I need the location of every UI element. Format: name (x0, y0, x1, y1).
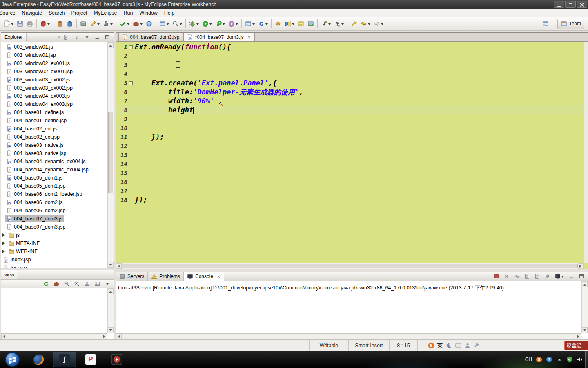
tree-item[interactable]: 004_base04_dynamic_ex004.js (1, 157, 107, 166)
tree-item[interactable]: 003_window01.jsp (1, 51, 107, 59)
security-tray-icon[interactable] (566, 356, 573, 363)
explorer-view-tab[interactable]: Explorer (1, 33, 27, 42)
code-line[interactable] (135, 123, 583, 132)
tree-item-content[interactable]: 003_window01.jsp (5, 52, 57, 58)
menu-project[interactable]: Project (68, 9, 91, 17)
start-taskbar-button[interactable] (1, 352, 24, 367)
print-button[interactable] (25, 19, 34, 29)
ime-settings-icon[interactable] (474, 342, 480, 349)
tree-item[interactable]: 004_base06_dom2_loader.jsp (1, 190, 107, 198)
scroll-left-arrow[interactable] (1, 334, 7, 339)
signature-button[interactable] (102, 19, 114, 29)
search-menu-button[interactable] (171, 19, 183, 29)
tree-item[interactable]: 004_base05_dom1.js (1, 174, 107, 182)
tree-item[interactable]: 004_base07_dom3.js (1, 215, 107, 223)
menu-source[interactable]: Source (0, 9, 19, 17)
tree-item[interactable]: 003_window03_ex002.js (1, 76, 107, 84)
tree-item[interactable]: 003_window02_ex001.jsp (1, 67, 107, 76)
editor-app-taskbar-button[interactable]: ∫ (53, 352, 76, 367)
expand-arrow-icon[interactable] (2, 233, 7, 237)
scroll-down-arrow[interactable] (108, 262, 114, 268)
code-line[interactable] (135, 177, 583, 186)
code-line[interactable] (135, 159, 583, 168)
tree-item[interactable]: 004_base03_native.js (1, 141, 107, 149)
code-line[interactable] (135, 52, 583, 61)
close-view-icon[interactable] (57, 36, 61, 39)
tree-item-content[interactable]: 004_base05_dom1.jsp (5, 183, 67, 189)
tree-item-content[interactable]: 004_base07_dom3.jsp (5, 224, 67, 230)
console-tab-console[interactable]: Console (184, 272, 224, 281)
display-selected-console-button[interactable] (554, 272, 565, 282)
remove-launch-button[interactable] (503, 272, 511, 282)
tree-item[interactable]: 004_base04_dynamic_ex004.jsp (1, 166, 107, 174)
view-menu-button[interactable] (103, 279, 111, 289)
next-annotation-button[interactable] (320, 19, 332, 29)
tree-item-content[interactable]: 004_base01_define.jsp (5, 117, 68, 124)
volume-icon[interactable] (577, 356, 583, 363)
new-wizard-button[interactable] (2, 19, 15, 29)
clear-console-button[interactable] (523, 272, 531, 282)
code-line[interactable]: Ext.onReady(function(){ (135, 43, 583, 52)
code-line[interactable] (135, 141, 583, 150)
help-tray-icon[interactable] (546, 356, 552, 363)
tree-item[interactable]: 004_base01_define.jsp (1, 117, 107, 125)
ime-language-indicator[interactable]: 英 (437, 342, 443, 349)
sogou-ime-icon[interactable] (428, 342, 434, 349)
code-area[interactable]: Ext.onReady(function(){ Ext.create('Ext.… (135, 43, 583, 204)
tree-item[interactable]: 003_window04_ex003.js (1, 92, 107, 100)
deploy-war-button[interactable] (65, 19, 74, 29)
p-app-taskbar-button[interactable]: P (79, 352, 102, 367)
editor-tab[interactable]: 004_base07_dom3.jsp (118, 33, 183, 41)
code-line[interactable]: Ext.create('Ext.panel.Panel',{ (135, 79, 583, 88)
preview-view-tab[interactable]: view (1, 270, 18, 279)
editor-tab[interactable]: *004_base07_dom3.js (183, 33, 254, 41)
tree-item-content[interactable]: index.jsp (2, 256, 32, 263)
tree-item[interactable]: 004_base07_dom3.jsp (1, 223, 107, 231)
code-line[interactable]: title:'DomHelper-元素生成器的使用', (135, 88, 583, 96)
tree-item-content[interactable]: 003_window03_ex002.js (5, 76, 71, 83)
editor-pencil-button[interactable] (89, 19, 101, 29)
console-vscrollbar[interactable] (581, 281, 588, 333)
previous-annotation-button[interactable] (333, 19, 345, 29)
tree-item-content[interactable]: 003_window01.js (5, 44, 54, 50)
tree-item-content[interactable]: 004_base06_dom2_loader.jsp (5, 191, 84, 197)
save-button[interactable] (16, 19, 24, 29)
team-perspective-button[interactable]: Team (557, 19, 584, 29)
mark-occurrences-button[interactable] (296, 19, 305, 29)
minimize-button[interactable] (93, 32, 101, 43)
close-window-button[interactable] (577, 1, 587, 8)
code-editor[interactable]: 123456789101112131415161718 Ext.onReady(… (116, 42, 588, 269)
tree-item-content[interactable]: 004_base03_native.jsp (5, 150, 68, 157)
link-with-editor-button[interactable] (73, 32, 81, 43)
tree-item[interactable]: 004_base02_ext.jsp (1, 133, 107, 141)
tree-item-content[interactable]: 004_base06_dom2.jsp (5, 207, 67, 214)
collapse-all-button[interactable] (62, 32, 71, 43)
tree-item-content[interactable]: test.jsp (2, 265, 28, 268)
scroll-down-arrow[interactable] (582, 327, 588, 333)
code-line[interactable] (135, 70, 583, 79)
new-window-wizard-button[interactable] (158, 19, 170, 29)
ime-account-icon[interactable] (464, 342, 471, 349)
code-line[interactable]: }); (135, 195, 583, 204)
menu-window[interactable]: Window (136, 9, 160, 17)
code-line[interactable]: }); (135, 132, 583, 141)
menu-navigate[interactable]: Navigate (19, 9, 45, 17)
pin-console-button[interactable] (543, 272, 552, 282)
open-perspective-button[interactable] (541, 19, 550, 29)
palette-button[interactable] (52, 279, 60, 289)
tree-item-content[interactable]: 004_base07_dom3.js (5, 215, 64, 222)
close-tab-icon[interactable] (247, 36, 251, 39)
zoom-in-button[interactable] (73, 279, 81, 289)
minimize-window-button[interactable] (554, 1, 564, 8)
gwt-compile-button[interactable] (257, 19, 269, 29)
soft-keyboard-icon[interactable] (455, 342, 461, 349)
scroll-up-arrow[interactable] (582, 281, 588, 287)
zoom-out-button[interactable] (62, 279, 71, 289)
scrollbar-thumb[interactable] (108, 112, 113, 193)
tree-item-content[interactable]: 004_base04_dynamic_ex004.js (5, 158, 87, 165)
tree-item[interactable]: 004_base03_native.jsp (1, 149, 107, 157)
tree-item-content[interactable]: 004_base03_native.js (5, 142, 65, 148)
run-server-button[interactable] (79, 19, 88, 29)
table-view-button[interactable] (83, 279, 91, 289)
code-line[interactable]: height (135, 105, 583, 114)
